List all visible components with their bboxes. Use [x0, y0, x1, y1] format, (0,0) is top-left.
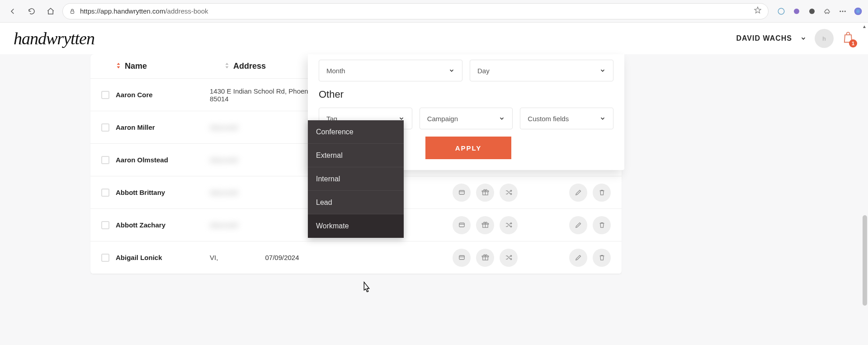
extension-icon-2[interactable]: [792, 7, 801, 16]
contact-name: Aaron Core: [116, 91, 210, 99]
svg-point-4: [840, 10, 841, 12]
cart-count-badge: 1: [849, 39, 857, 47]
shuffle-action-icon[interactable]: [500, 216, 518, 234]
tag-dropdown: Conference External Internal Lead Workma…: [308, 120, 404, 238]
gift-action-icon[interactable]: [476, 249, 494, 267]
contact-name: Abbott Brittany: [116, 189, 210, 196]
contact-date: 07/09/2024: [246, 254, 318, 261]
row-checkbox[interactable]: [101, 156, 109, 164]
lock-icon: [69, 8, 75, 14]
svg-rect-9: [459, 223, 464, 227]
svg-point-7: [854, 7, 862, 15]
card-action-icon[interactable]: [453, 184, 471, 202]
refresh-button[interactable]: [24, 4, 39, 19]
card-action-icon[interactable]: [453, 249, 471, 267]
back-button[interactable]: [5, 4, 20, 19]
campaign-label: Campaign: [427, 115, 458, 123]
extensions-menu-icon[interactable]: [823, 7, 832, 16]
table-row[interactable]: Abigail Lonick VI, 07/09/2024: [90, 241, 622, 274]
chevron-down-icon: [599, 115, 606, 122]
apply-button[interactable]: APPLY: [425, 137, 511, 159]
custom-fields-select[interactable]: Custom fields: [520, 108, 613, 129]
scrollbar-thumb[interactable]: [863, 215, 867, 306]
svg-point-1: [778, 8, 784, 14]
svg-point-5: [842, 10, 844, 12]
gift-action-icon[interactable]: [476, 216, 494, 234]
chevron-down-icon: [448, 67, 455, 74]
edit-action-icon[interactable]: [569, 249, 587, 267]
delete-action-icon[interactable]: [593, 184, 611, 202]
svg-rect-10: [459, 255, 464, 260]
avatar[interactable]: h: [815, 29, 834, 48]
tag-option-internal[interactable]: Internal: [308, 167, 404, 191]
app-header: handwrytten DAVID WACHS h 1: [0, 23, 868, 54]
day-select[interactable]: Day: [470, 60, 613, 81]
extension-icon-3[interactable]: [807, 7, 816, 16]
row-checkbox[interactable]: [101, 189, 109, 197]
menu-dots-icon[interactable]: [838, 7, 847, 16]
tag-option-conference[interactable]: Conference: [308, 120, 404, 144]
contact-name: Abigail Lonick: [116, 254, 210, 261]
svg-rect-0: [71, 11, 74, 13]
column-header-address[interactable]: Address: [224, 61, 266, 71]
row-checkbox[interactable]: [101, 221, 109, 229]
delete-action-icon[interactable]: [593, 216, 611, 234]
cart-button[interactable]: 1: [842, 31, 854, 46]
gift-action-icon[interactable]: [476, 184, 494, 202]
contact-name: Abbott Zachary: [116, 221, 210, 229]
edit-action-icon[interactable]: [569, 216, 587, 234]
shuffle-action-icon[interactable]: [500, 184, 518, 202]
browser-toolbar: https://app.handwrytten.com/address-book: [0, 0, 868, 23]
row-checkbox[interactable]: [101, 254, 109, 262]
extension-icon-1[interactable]: [777, 7, 786, 16]
sort-icon: [224, 61, 230, 71]
shuffle-action-icon[interactable]: [500, 249, 518, 267]
logo[interactable]: handwrytten: [14, 28, 94, 48]
column-header-name[interactable]: Name: [116, 61, 224, 71]
url-path: /address-book: [165, 7, 208, 15]
copilot-icon[interactable]: [854, 7, 863, 16]
row-checkbox[interactable]: [101, 123, 109, 132]
svg-point-3: [809, 9, 815, 14]
bookmark-icon[interactable]: [754, 6, 762, 14]
tag-option-external[interactable]: External: [308, 144, 404, 167]
sort-icon: [116, 61, 121, 71]
chevron-down-icon: [599, 67, 606, 74]
tag-option-lead[interactable]: Lead: [308, 191, 404, 214]
address-bar[interactable]: https://app.handwrytten.com/address-book: [62, 3, 769, 19]
other-heading: Other: [319, 89, 613, 100]
day-label: Day: [477, 67, 490, 75]
contact-address: VI,: [210, 254, 246, 261]
user-name: DAVID WACHS: [736, 34, 792, 43]
custom-fields-label: Custom fields: [528, 115, 569, 123]
cursor-pointer-icon: [360, 281, 373, 297]
home-button[interactable]: [43, 4, 58, 19]
user-menu-chevron-icon[interactable]: [800, 35, 807, 42]
month-label: Month: [326, 67, 345, 75]
campaign-select[interactable]: Campaign: [420, 108, 513, 129]
svg-rect-8: [459, 190, 464, 194]
row-checkbox[interactable]: [101, 91, 109, 99]
contact-name: Aaron Miller: [116, 123, 210, 131]
url-host: https://app.handwrytten.com: [80, 7, 165, 15]
card-action-icon[interactable]: [453, 216, 471, 234]
edit-action-icon[interactable]: [569, 184, 587, 202]
contact-name: Aaron Olmstead: [116, 156, 210, 164]
svg-point-2: [794, 9, 799, 14]
vertical-scrollbar[interactable]: [861, 23, 868, 345]
delete-action-icon[interactable]: [593, 249, 611, 267]
month-select[interactable]: Month: [319, 60, 462, 81]
svg-point-6: [844, 10, 846, 12]
chevron-down-icon: [499, 115, 505, 122]
tag-option-workmate[interactable]: Workmate: [308, 214, 404, 238]
